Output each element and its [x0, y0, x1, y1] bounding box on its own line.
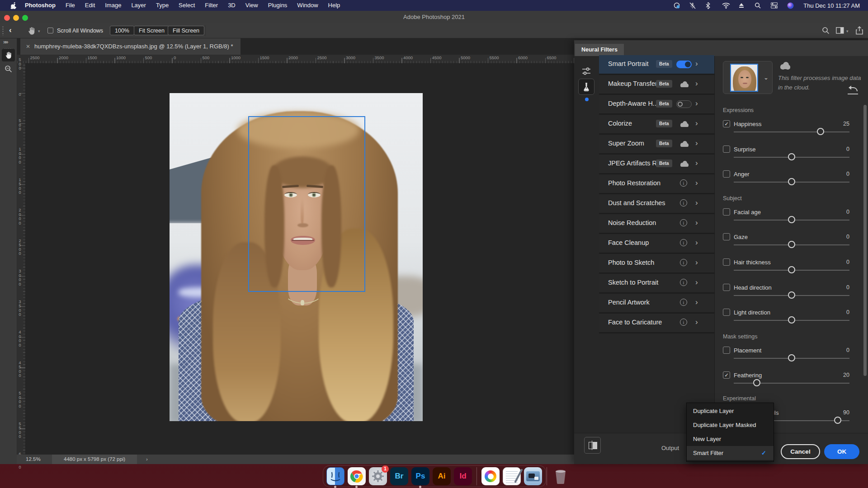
- bluetooth-icon[interactable]: [706, 2, 713, 9]
- wifi-icon[interactable]: [722, 2, 730, 9]
- menu-item-window[interactable]: Window: [292, 2, 323, 9]
- filter-toggle[interactable]: [676, 61, 692, 68]
- menu-item-image[interactable]: Image: [100, 2, 126, 9]
- filter-row-photo-restoration[interactable]: Photo Restorationi›: [599, 174, 714, 194]
- beta-filters-icon[interactable]: [578, 79, 594, 95]
- slider-thumb[interactable]: [788, 216, 795, 223]
- chevron-right-icon[interactable]: ›: [695, 258, 698, 267]
- close-document-icon[interactable]: ✕: [26, 43, 30, 50]
- control-center-icon[interactable]: [771, 2, 778, 9]
- placement-checkbox[interactable]: [723, 347, 730, 354]
- dock-icon-trash[interactable]: [552, 467, 570, 485]
- filter-row-depth-aware-h-[interactable]: Depth-Aware H...Beta›: [599, 95, 714, 115]
- status-options-chevron-icon[interactable]: ›: [146, 456, 148, 462]
- happiness-checkbox[interactable]: ✓: [723, 120, 730, 127]
- chevron-right-icon[interactable]: ›: [695, 238, 698, 247]
- back-chevron-icon[interactable]: ‹: [9, 26, 12, 35]
- dock-icon-finder[interactable]: [326, 467, 344, 485]
- menu-item-edit[interactable]: Edit: [80, 2, 100, 9]
- info-icon[interactable]: i: [680, 239, 687, 246]
- face-thumbnail-selector[interactable]: ⌄: [723, 61, 773, 94]
- menu-item-3d[interactable]: 3D: [223, 2, 241, 9]
- menu-item-photoshop[interactable]: Photoshop: [20, 2, 61, 9]
- menu-bar-clock[interactable]: Thu Dec 10 11:27 AM: [803, 2, 860, 9]
- preview-toggle-button[interactable]: [584, 437, 601, 454]
- slider-thumb[interactable]: [788, 354, 795, 361]
- filter-row-smart-portrait[interactable]: Smart PortraitBeta›: [599, 55, 714, 75]
- filter-row-super-zoom[interactable]: Super ZoomBeta›: [599, 135, 714, 155]
- chevron-down-icon[interactable]: ⌄: [764, 74, 769, 81]
- filter-row-face-cleanup[interactable]: Face Cleanupi›: [599, 234, 714, 254]
- scroll-all-windows-checkbox[interactable]: [47, 28, 53, 33]
- chevron-right-icon[interactable]: ›: [695, 318, 698, 327]
- chevron-right-icon[interactable]: ›: [695, 59, 698, 68]
- slider-thumb[interactable]: [817, 128, 824, 135]
- output-menu-item-new-layer[interactable]: New Layer: [687, 432, 774, 446]
- chevron-right-icon[interactable]: ›: [695, 218, 698, 227]
- menu-item-type[interactable]: Type: [151, 2, 174, 9]
- feathering-checkbox[interactable]: ✓: [723, 371, 730, 379]
- slider-thumb[interactable]: [788, 153, 795, 160]
- status-zoom-level[interactable]: 12.5%: [26, 456, 41, 462]
- dock-icon-indesign[interactable]: Id: [454, 467, 472, 485]
- slider-thumb[interactable]: [788, 266, 795, 273]
- output-menu-item-duplicate-layer-masked[interactable]: Duplicate Layer Masked: [687, 418, 774, 432]
- filter-row-colorize[interactable]: ColorizeBeta›: [599, 115, 714, 135]
- filter-row-dust-and-scratches[interactable]: Dust and Scratchesi›: [599, 194, 714, 214]
- zoom-tool-button[interactable]: [2, 62, 15, 75]
- microphone-muted-icon[interactable]: [689, 2, 697, 9]
- expand-tools-icon[interactable]: »»: [3, 39, 7, 45]
- menu-item-plugins[interactable]: Plugins: [263, 2, 292, 9]
- menu-item-view[interactable]: View: [241, 2, 263, 9]
- info-icon[interactable]: i: [680, 219, 687, 226]
- chevron-right-icon[interactable]: ›: [695, 119, 698, 128]
- search-icon[interactable]: [822, 27, 830, 34]
- dock-icon-textedit[interactable]: [503, 467, 521, 485]
- dock-icon-bridge[interactable]: Br: [390, 467, 408, 485]
- dock-icon-photoshop[interactable]: Ps: [411, 467, 429, 485]
- head-direction-checkbox[interactable]: [723, 284, 730, 291]
- info-icon[interactable]: i: [680, 199, 687, 206]
- slider-thumb[interactable]: [788, 316, 795, 324]
- window-title-bar[interactable]: Adobe Photoshop 2021: [0, 11, 868, 24]
- screen-mirroring-icon[interactable]: [673, 2, 681, 9]
- menu-item-file[interactable]: File: [61, 2, 80, 9]
- info-icon[interactable]: i: [680, 319, 687, 326]
- options-bar-grip[interactable]: [2, 26, 4, 36]
- chevron-right-icon[interactable]: ›: [695, 99, 698, 108]
- slider-thumb[interactable]: [834, 417, 841, 424]
- filter-row-noise-reduction[interactable]: Noise Reductioni›: [599, 214, 714, 234]
- dock-icon-system-preferences[interactable]: 1: [369, 467, 387, 485]
- slider-thumb[interactable]: [788, 241, 795, 248]
- surprise-checkbox[interactable]: [723, 145, 730, 153]
- info-icon[interactable]: i: [680, 279, 687, 286]
- siri-icon[interactable]: [787, 2, 795, 9]
- slider-thumb[interactable]: [788, 291, 795, 299]
- info-icon[interactable]: i: [680, 259, 687, 266]
- slider-thumb[interactable]: [788, 178, 795, 185]
- filter-row-photo-to-sketch[interactable]: Photo to Sketchi›: [599, 254, 714, 274]
- spotlight-search-icon[interactable]: [755, 2, 762, 9]
- hand-tool-button[interactable]: [2, 49, 15, 61]
- chevron-right-icon[interactable]: ›: [695, 79, 698, 88]
- dock-icon-screenshot[interactable]: [524, 467, 542, 485]
- light-direction-checkbox[interactable]: [723, 309, 730, 316]
- filter-row-jpeg-artifacts-r-[interactable]: JPEG Artifacts R...Beta›: [599, 155, 714, 174]
- output-menu-item-duplicate-layer[interactable]: Duplicate Layer: [687, 404, 774, 418]
- wait-list-dot-icon[interactable]: [585, 98, 589, 101]
- slider-track[interactable]: [734, 383, 849, 384]
- ok-button[interactable]: OK: [824, 444, 859, 459]
- anger-checkbox[interactable]: [723, 170, 730, 178]
- slider-track[interactable]: [734, 131, 849, 132]
- chevron-right-icon[interactable]: ›: [695, 178, 698, 188]
- cancel-button[interactable]: Cancel: [781, 444, 820, 459]
- filter-row-sketch-to-portrait[interactable]: Sketch to Portraiti›: [599, 274, 714, 294]
- apple-menu-icon[interactable]: [6, 2, 20, 9]
- info-icon[interactable]: i: [680, 299, 687, 306]
- dock-icon-chrome[interactable]: [348, 467, 366, 485]
- eject-icon[interactable]: [738, 2, 746, 9]
- dock-icon-creative-cloud[interactable]: [481, 467, 500, 485]
- hand-tool-icon[interactable]: [27, 26, 36, 35]
- filter-row-pencil-artwork[interactable]: Pencil Artworki›: [599, 294, 714, 314]
- document-tab[interactable]: ✕ humphrey-muleba-38dk7QXDBzs-unsplash.j…: [20, 38, 241, 55]
